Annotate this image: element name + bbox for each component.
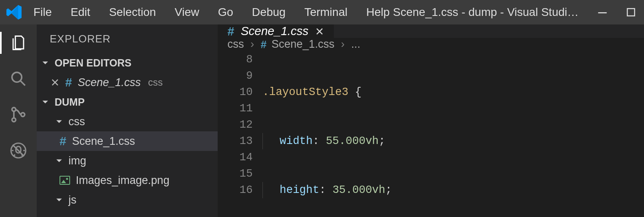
line-number: 9 (218, 68, 253, 84)
css-file-icon: # (60, 135, 66, 147)
menu-bar: File Edit Selection View Go Debug Termin… (29, 3, 393, 21)
section-open-editors-label: OPEN EDITORS (55, 57, 131, 69)
code-line[interactable]: height: 35.000vh; (262, 182, 644, 198)
chevron-right-icon: › (340, 38, 346, 51)
tree-folder-img[interactable]: img (37, 151, 218, 170)
tree-folder-js[interactable]: js (37, 190, 218, 210)
tree-folder-label: js (68, 194, 77, 206)
tab-bar: # Scene_1.css (218, 24, 644, 38)
vscode-logo-icon (0, 3, 29, 21)
css-file-icon: # (227, 25, 234, 38)
menu-terminal[interactable]: Terminal (301, 3, 351, 21)
tab-label: Scene_1.css (241, 24, 309, 38)
chevron-down-icon (42, 59, 49, 66)
line-number: 12 (218, 117, 253, 133)
open-editor-name: Scene_1.css (78, 76, 141, 89)
svg-point-2 (12, 72, 22, 82)
maximize-button[interactable] (623, 4, 639, 20)
section-workspace[interactable]: DUMP (37, 92, 218, 112)
line-number-gutter: 8 9 10 11 12 13 14 15 16 (218, 51, 262, 217)
menu-selection[interactable]: Selection (106, 3, 159, 21)
close-icon[interactable] (315, 27, 324, 36)
chevron-down-icon (55, 118, 63, 125)
editor-group: # Scene_1.css css › # Scene_1.css › ... … (218, 24, 644, 217)
activity-bar (0, 24, 37, 217)
code-editor[interactable]: 8 9 10 11 12 13 14 15 16 .layoutStyle3 {… (218, 51, 644, 217)
files-icon[interactable] (7, 32, 29, 54)
window-controls (586, 4, 639, 20)
menu-view[interactable]: View (172, 3, 203, 21)
svg-rect-1 (627, 9, 635, 16)
breadcrumb-folder[interactable]: css (227, 38, 244, 51)
line-number: 15 (218, 166, 253, 182)
css-file-icon: # (65, 76, 72, 89)
svg-point-4 (12, 108, 15, 111)
svg-point-6 (21, 113, 24, 116)
section-open-editors[interactable]: OPEN EDITORS (37, 53, 218, 73)
section-workspace-label: DUMP (55, 96, 85, 108)
breadcrumb[interactable]: css › # Scene_1.css › ... (218, 38, 644, 51)
line-number: 8 (218, 51, 253, 68)
line-number: 14 (218, 149, 253, 166)
menu-go[interactable]: Go (215, 3, 236, 21)
search-icon[interactable] (7, 68, 29, 90)
tree-file-label: Scene_1.css (72, 135, 135, 148)
chevron-down-icon (55, 157, 63, 164)
title-bar: File Edit Selection View Go Debug Termin… (0, 0, 644, 24)
tab-scene1-css[interactable]: # Scene_1.css (218, 24, 334, 38)
breadcrumb-file[interactable]: Scene_1.css (271, 38, 335, 51)
code-line[interactable]: .layoutStyle3 { (262, 84, 644, 100)
svg-line-3 (21, 81, 25, 86)
minimize-button[interactable] (594, 4, 611, 20)
tree-folder-css[interactable]: css (37, 112, 218, 131)
menu-help[interactable]: Help (363, 3, 393, 21)
line-number: 16 (218, 182, 253, 198)
close-icon[interactable] (51, 78, 60, 87)
tree-file-scene1-css[interactable]: # Scene_1.css (37, 131, 218, 151)
tree-file-label: Images_image.png (76, 174, 170, 187)
chevron-down-icon (42, 98, 49, 106)
chevron-down-icon (55, 196, 63, 204)
code-line[interactable]: width: 55.000vh; (262, 133, 644, 149)
menu-debug[interactable]: Debug (249, 3, 289, 21)
tree-folder-label: img (68, 155, 86, 167)
menu-edit[interactable]: Edit (67, 3, 93, 21)
chevron-right-icon: › (249, 38, 256, 51)
line-number: 10 (218, 84, 253, 100)
tree-folder-label: css (68, 115, 85, 128)
tree-file-images-png[interactable]: Images_image.png (37, 170, 218, 190)
sidebar-title: EXPLORER (37, 24, 218, 53)
source-control-icon[interactable] (7, 104, 29, 126)
svg-point-5 (12, 118, 15, 122)
debug-disabled-icon[interactable] (7, 140, 29, 162)
open-editor-dir: css (148, 77, 163, 88)
line-number: 11 (218, 100, 253, 117)
open-editor-item[interactable]: # Scene_1.css css (37, 73, 218, 92)
window-title: Scene_1.css - dump - Visual Studio Co... (393, 6, 586, 19)
line-number: 13 (218, 133, 253, 149)
code-lines[interactable]: .layoutStyle3 { width: 55.000vh; height:… (262, 51, 644, 217)
image-file-icon (60, 176, 70, 185)
menu-file[interactable]: File (30, 3, 55, 21)
explorer-sidebar: EXPLORER OPEN EDITORS # Scene_1.css css … (37, 24, 218, 217)
workbench: EXPLORER OPEN EDITORS # Scene_1.css css … (0, 24, 644, 217)
css-file-icon: # (261, 39, 267, 50)
svg-rect-0 (598, 12, 607, 13)
breadcrumb-tail[interactable]: ... (351, 38, 361, 51)
